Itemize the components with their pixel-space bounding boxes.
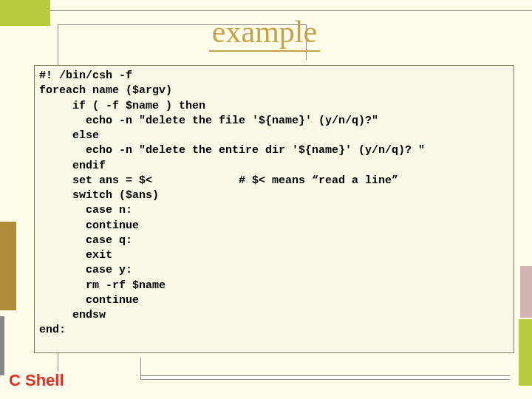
slide-title: example bbox=[209, 13, 320, 52]
slide-title-wrap: example bbox=[58, 13, 471, 64]
deco-block bbox=[520, 266, 532, 318]
deco-block bbox=[0, 316, 4, 375]
deco-line bbox=[140, 375, 510, 380]
deco-block bbox=[519, 319, 532, 386]
footer-label: C Shell bbox=[9, 371, 64, 390]
deco-block bbox=[0, 222, 16, 310]
code-content: #! /bin/csh -f foreach name ($argv) if (… bbox=[35, 66, 514, 341]
deco-line bbox=[50, 10, 532, 11]
deco-block bbox=[0, 0, 50, 26]
code-box: #! /bin/csh -f foreach name ($argv) if (… bbox=[34, 65, 514, 353]
deco-line bbox=[140, 358, 141, 380]
